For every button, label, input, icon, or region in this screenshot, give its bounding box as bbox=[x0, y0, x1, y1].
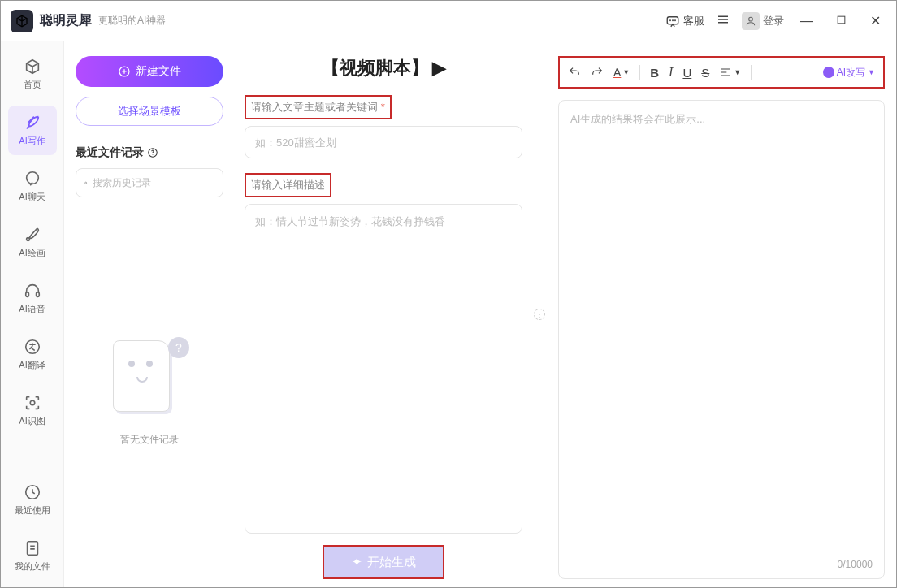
svg-point-6 bbox=[26, 172, 38, 184]
sidebar-chat[interactable]: AI聊天 bbox=[8, 162, 57, 211]
help-icon[interactable] bbox=[147, 147, 158, 158]
sidebar-image-rec[interactable]: AI识图 bbox=[8, 386, 57, 435]
app-logo bbox=[11, 10, 33, 32]
bold-button[interactable]: B bbox=[650, 66, 659, 80]
align-icon bbox=[719, 66, 732, 79]
redo-button[interactable] bbox=[591, 66, 604, 79]
feather-icon bbox=[24, 114, 41, 132]
page-title: 【视频脚本】▶ bbox=[245, 56, 522, 80]
template-button[interactable]: 选择场景模板 bbox=[76, 97, 223, 126]
empty-illustration: ? bbox=[113, 340, 186, 422]
undo-icon bbox=[568, 66, 581, 79]
svg-point-7 bbox=[26, 238, 29, 241]
sidebar-draw[interactable]: AI绘画 bbox=[8, 218, 57, 267]
sparkle-icon: ✦ bbox=[352, 555, 362, 569]
plus-circle-icon bbox=[118, 65, 131, 78]
recent-files-heading: 最近文件记录 bbox=[76, 145, 223, 160]
search-box[interactable] bbox=[76, 168, 223, 197]
app-slogan: 更聪明的AI神器 bbox=[98, 14, 166, 28]
chat-icon bbox=[665, 14, 680, 28]
detail-label: 请输入详细描述 bbox=[245, 173, 522, 204]
empty-state: ? 暂无文件记录 bbox=[76, 214, 223, 573]
svg-point-16 bbox=[85, 182, 87, 184]
close-button[interactable]: ✕ bbox=[864, 13, 886, 28]
output-area[interactable]: AI生成的结果将会在此展示... 0/10000 bbox=[558, 100, 885, 579]
italic-button[interactable]: I bbox=[669, 65, 673, 80]
strike-button[interactable]: S bbox=[701, 66, 709, 80]
panel-drag-handle[interactable]: ⋮ bbox=[532, 41, 547, 587]
scan-icon bbox=[24, 394, 41, 412]
text-color-button[interactable]: A▼ bbox=[613, 66, 630, 79]
ai-rewrite-button[interactable]: AI改写 ▼ bbox=[823, 66, 875, 80]
detail-textarea[interactable] bbox=[245, 204, 522, 534]
sidebar-writing[interactable]: AI写作 bbox=[8, 106, 57, 155]
menu-button[interactable] bbox=[716, 12, 730, 30]
output-placeholder: AI生成的结果将会在此展示... bbox=[570, 112, 873, 127]
svg-rect-9 bbox=[36, 292, 39, 297]
cube-icon bbox=[24, 58, 41, 76]
left-panel: 新建文件 选择场景模板 最近文件记录 ? 暂无文件记录 bbox=[64, 41, 235, 587]
square-icon bbox=[836, 15, 847, 25]
login-button[interactable]: 登录 bbox=[742, 12, 784, 30]
avatar-icon bbox=[742, 12, 760, 30]
sidebar-translate[interactable]: AI翻译 bbox=[8, 330, 57, 379]
play-icon[interactable]: ▶ bbox=[432, 58, 446, 79]
svg-rect-5 bbox=[838, 16, 845, 24]
file-icon bbox=[24, 539, 41, 557]
svg-point-11 bbox=[30, 400, 35, 405]
redo-icon bbox=[591, 66, 604, 79]
app-title: 聪明灵犀 bbox=[40, 12, 92, 29]
hamburger-icon bbox=[716, 12, 730, 27]
headphones-icon bbox=[24, 282, 41, 300]
translate-icon bbox=[24, 338, 41, 356]
char-count: 0/10000 bbox=[838, 559, 873, 570]
svg-point-1 bbox=[670, 19, 671, 20]
chat-bubble-icon bbox=[24, 170, 41, 188]
search-input[interactable] bbox=[93, 177, 214, 188]
sidebar-voice[interactable]: AI语音 bbox=[8, 274, 57, 323]
support-button[interactable]: 客服 bbox=[665, 14, 704, 28]
svg-rect-13 bbox=[27, 542, 37, 556]
generate-button[interactable]: ✦ 开始生成 bbox=[323, 545, 444, 579]
minimize-button[interactable]: — bbox=[795, 14, 818, 28]
underline-button[interactable]: U bbox=[682, 66, 691, 80]
ai-rewrite-icon bbox=[823, 67, 834, 78]
sidebar-files[interactable]: 我的文件 bbox=[8, 531, 57, 581]
svg-point-3 bbox=[675, 19, 676, 20]
question-badge-icon: ? bbox=[168, 337, 189, 358]
sidebar-home[interactable]: 首页 bbox=[8, 50, 57, 99]
center-panel: 【视频脚本】▶ 请输入文章主题或者关键词 * 请输入详细描述 ✦ 开始生成 bbox=[235, 41, 532, 587]
search-icon bbox=[84, 177, 88, 189]
sidebar: 首页 AI写作 AI聊天 AI绘画 AI语音 AI翻译 AI识图 最 bbox=[1, 41, 64, 587]
topic-label: 请输入文章主题或者关键词 * bbox=[245, 95, 522, 126]
brush-icon bbox=[24, 226, 41, 244]
topic-input[interactable] bbox=[245, 126, 522, 158]
svg-rect-8 bbox=[25, 292, 28, 297]
align-button[interactable]: ▼ bbox=[719, 66, 741, 79]
empty-text: 暂无文件记录 bbox=[120, 433, 179, 447]
sidebar-recent[interactable]: 最近使用 bbox=[8, 475, 57, 525]
undo-button[interactable] bbox=[568, 66, 581, 79]
right-panel: A▼ B I U S ▼ AI改写 ▼ AI生成的结果将会在此展示... 0/1… bbox=[547, 41, 896, 587]
svg-point-2 bbox=[673, 19, 674, 20]
new-file-button[interactable]: 新建文件 bbox=[76, 56, 223, 87]
maximize-button[interactable] bbox=[830, 14, 852, 28]
history-icon bbox=[24, 483, 41, 501]
title-bar: 聪明灵犀 更聪明的AI神器 客服 登录 — ✕ bbox=[1, 1, 896, 41]
svg-point-4 bbox=[749, 17, 753, 21]
editor-toolbar: A▼ B I U S ▼ AI改写 ▼ bbox=[558, 56, 885, 89]
